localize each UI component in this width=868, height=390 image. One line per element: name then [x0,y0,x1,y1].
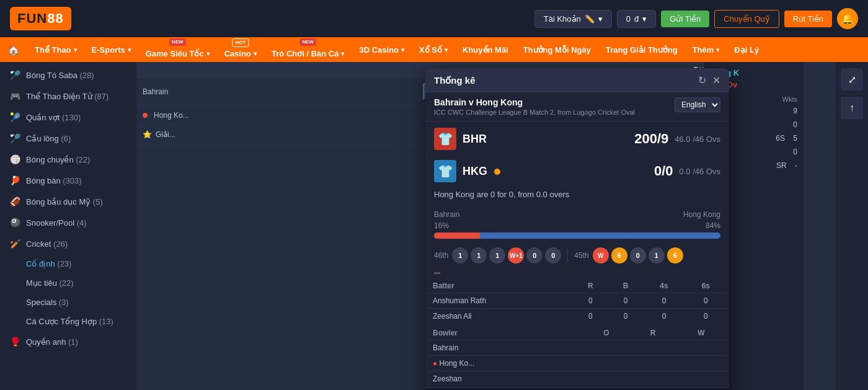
nav-them[interactable]: Thêm ▾ [685,37,727,62]
modal-tabs: 🏆 🎤 ☰ 📊 ▶ 👥 [425,388,729,390]
progress-bar [434,233,720,239]
over46-section: 46th 1 1 1 W+1 0 0 45th W 6 0 1 6 [425,245,729,268]
account-button[interactable]: Tài Khoản ✏️ ▾ [534,10,612,28]
6s-col-header: 6s [685,279,727,293]
hkg-live-dot [143,111,150,120]
sidebar-item-bong-ban[interactable]: 🏓 Bóng bàn (303) [0,170,136,191]
live-text: Hong Kong are 0 for 0, from 0.0 overs [425,186,729,205]
batter-b-1: 0 [608,293,644,309]
chevron-down-icon: ▾ [401,47,404,53]
currency-symbol: đ [634,14,639,24]
rutien-button[interactable]: Rút Tiền [784,11,832,27]
bowler-col-header: Bowler [428,326,583,340]
nav-thuong-moi-ngay[interactable]: Thưởng Mỗi Ngày [516,37,598,62]
over46-label: 46th [434,251,448,260]
sidebar-item-cau-long[interactable]: 🏸 Cầu lông (6) [0,128,136,149]
volleyball-icon: 🏐 [9,154,21,164]
batter-section: Batter R B 4s 6s Anshuman Rath 0 0 0 [425,278,729,325]
chuyenquy-button[interactable]: Chuyển Quỹ [714,10,779,28]
chevron-down-icon: ▾ [341,50,344,57]
nav-khuyen-mai[interactable]: Khuyến Mãi [455,37,516,62]
sidebar-item-bong-to-saba[interactable]: 🏸 Bóng Tó Saba (28) [0,64,136,86]
progress-pcts: 16% 84% [434,221,720,230]
bowler-row-zeesh: Zeeshan [428,371,727,387]
nav-3d-casino[interactable]: 3D Casino ▾ [352,37,412,62]
sidebar-item-quyen-anh[interactable]: 🥊 Quyền anh (1) [0,331,136,352]
hkg-score: 0/0 [636,163,673,179]
ball-5: 0 [545,247,561,264]
boxing-icon: 🥊 [9,337,21,347]
batter-row-1: Anshuman Rath 0 0 0 0 [428,293,727,309]
bowler-name-zeesh: Zeeshan [428,371,583,387]
batter-name-1: Anshuman Rath [428,293,573,309]
star-icon: ⭐ [143,130,152,139]
gutien-button[interactable]: Gửi Tiền [661,11,709,27]
sidebar-item-the-thao-dien-tu[interactable]: 🎮 Thể Thao Điện Tử (87) [0,86,136,107]
sidebar-sub-muc-tieu[interactable]: Mục tiêu (22) [0,273,136,293]
nav-game-sieu-toc[interactable]: NEW Game Siêu Tốc ▾ [138,37,217,62]
chevron-down-icon: ▾ [254,50,257,57]
ball-1: 1 [452,247,468,264]
esports-icon: 🎮 [9,91,21,101]
modal-title: Thống kê [434,75,476,86]
batter-6s-2: 0 [685,309,727,324]
logo: FUN88 [10,7,71,30]
close-button[interactable]: ✕ [712,74,720,86]
scroll-up-button[interactable]: ↑ [841,97,863,119]
chevron-down-icon: ▾ [598,14,603,24]
badminton-icon: 🏸 [9,133,21,143]
sidebar-item-bong-bau-duc[interactable]: 🏈 Bóng bầu dục Mỹ (5) [0,191,136,212]
team-bahrain: Bahrain [143,87,419,96]
nav-trang-giai-thuong[interactable]: Trang Giải Thưởng [598,37,685,62]
sidebar-item-quan-vot[interactable]: 🎾 Quần vợt (130) [0,107,136,128]
bhr-shirt: 👕 [434,128,456,150]
football-icon: 🏈 [9,197,21,206]
modal-header: Thống kê ↻ ✕ [425,68,729,92]
team-bhr-row: 👕 BHR 200/9 46.0 /46 Ovs [425,122,729,154]
tennis-icon: 🎾 [9,112,21,122]
nav-e-sports[interactable]: E-Sports ▾ [84,37,138,62]
batter-row-2: Zeeshan Ali 0 0 0 0 [428,309,727,324]
ball-divider [567,249,568,262]
sidebar-item-bong-chuyen[interactable]: 🏐 Bóng chuyền (22) [0,149,136,170]
scroll-indicator: ▬ [425,268,729,278]
modal-actions: ↻ ✕ [698,74,720,86]
ball-6a: 6 [611,247,627,264]
nav: 🏠 Thể Thao ▾ E-Sports ▾ NEW Game Siêu Tố… [0,37,868,62]
avatar[interactable]: 🔔 [837,8,858,29]
batter-name-2: Zeeshan Ali [428,309,573,324]
hot-badge: HOT [232,38,249,47]
tabletennis-icon: 🏓 [9,175,21,185]
hkg-overs: 0.0 /46 Ovs [680,167,720,176]
expand-button[interactable]: ⤢ [841,68,863,91]
batter-r-1: 0 [573,293,608,309]
new-badge-2: NEW [299,38,316,46]
sidebar-item-snooker[interactable]: 🎱 Snooker/Pool (4) [0,212,136,233]
progress-fill-bahrain [434,233,480,239]
nav-tro-choi[interactable]: NEW Trò Chơi / Bàn Cá ▾ [264,37,352,62]
account-label: Tài Khoản [544,14,581,24]
nav-xo-so[interactable]: Xổ Số ▾ [412,37,455,62]
sidebar-sub-specials[interactable]: Specials (3) [0,293,136,312]
nav-dai-ly[interactable]: Đại Lý [727,37,766,62]
sidebar-sub-co-dinh[interactable]: Cố định (23) [0,254,136,273]
refresh-button[interactable]: ↻ [698,74,706,86]
nav-casino[interactable]: HOT Casino ▾ [217,37,264,62]
sidebar-sub-ca-cuoc-tong-hop[interactable]: Cá Cược Tổng Hợp (13) [0,312,136,331]
batter-r-2: 0 [573,309,608,324]
ball-3: 1 [489,247,505,264]
bowler-table: Bowler O R W Bahrain ● Hong Ko... [428,326,727,386]
language-select[interactable]: English [675,97,720,112]
chevron-down-icon: ▾ [716,47,719,53]
stats-modal: Thống kê ↻ ✕ English Bahrain v Hong Kong… [425,68,729,390]
nav-the-thao[interactable]: Thể Thao ▾ [27,37,84,62]
progress-section: Bahrain Hong Kong 16% 84% [425,205,729,245]
over45-label: 45th [574,251,588,260]
new-badge: NEW [169,38,186,46]
chevron-down-icon: ▾ [128,47,131,53]
sidebar-item-cricket[interactable]: 🏏 Cricket (26) [0,233,136,254]
bowler-name-hkg: ● Hong Ko... [428,356,583,371]
nav-home[interactable]: 🏠 [0,37,27,62]
hkg-name: HKG [463,165,630,178]
balance-button[interactable]: 0 đ ▾ [617,10,656,28]
